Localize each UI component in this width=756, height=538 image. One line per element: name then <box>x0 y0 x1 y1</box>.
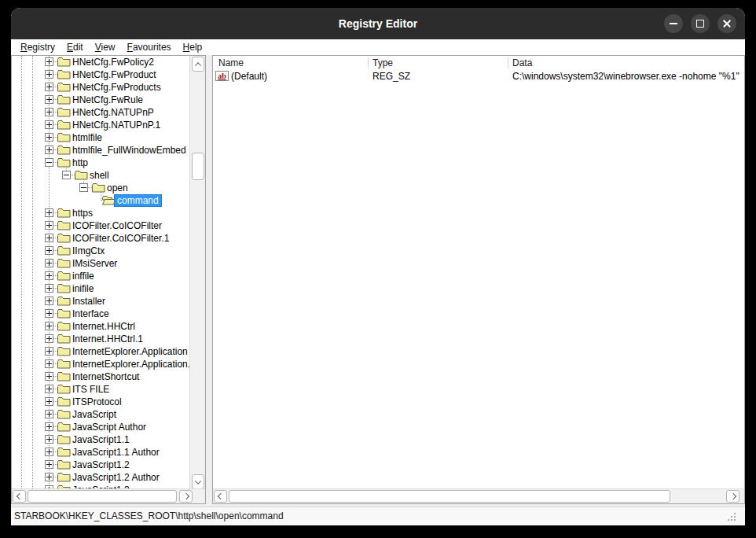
tree-item-internetexplorer-application-1[interactable]: InternetExplorer.Application.1 <box>12 358 205 370</box>
menu-edit[interactable]: Edit <box>62 41 88 53</box>
scroll-down-button[interactable] <box>192 474 204 489</box>
tree-hscroll-thumb[interactable] <box>28 490 177 503</box>
list-horizontal-scrollbar[interactable] <box>213 488 744 503</box>
collapse-icon[interactable] <box>79 183 88 192</box>
tree-item-inifile[interactable]: inifile <box>12 282 205 295</box>
tree-item-its-file[interactable]: ITS FILE <box>12 383 205 396</box>
tree-item-shell[interactable]: shell <box>12 169 205 182</box>
expand-icon[interactable] <box>45 95 53 104</box>
tree-item-javascript[interactable]: JavaScript <box>12 408 205 421</box>
maximize-button[interactable] <box>691 14 710 33</box>
expand-icon[interactable] <box>45 435 53 444</box>
tree-item-hnetcfg-fwpolicy2[interactable]: HNetCfg.FwPolicy2 <box>12 56 205 68</box>
scroll-left-button[interactable] <box>13 490 26 503</box>
expand-icon[interactable] <box>45 460 53 469</box>
expand-icon[interactable] <box>45 372 53 381</box>
resize-grip[interactable] <box>734 513 736 514</box>
tree-item-imsiserver[interactable]: IMsiServer <box>12 257 205 270</box>
tree-item-htmlfile-fullwindowembed[interactable]: htmlfile_FullWindowEmbed <box>12 144 205 157</box>
tree-item-internetshortcut[interactable]: InternetShortcut <box>12 370 205 383</box>
column-separator[interactable] <box>508 57 508 68</box>
menu-favourites[interactable]: Favourites <box>123 41 176 53</box>
expand-icon[interactable] <box>45 146 53 154</box>
tree-item-icofilter-coicofilter-1[interactable]: ICOFilter.CoICOFilter.1 <box>12 232 205 245</box>
expand-icon[interactable] <box>45 70 53 79</box>
tree-item-itsprotocol[interactable]: ITSProtocol <box>12 396 205 408</box>
expand-icon[interactable] <box>45 359 53 368</box>
tree-item-inffile[interactable]: inffile <box>12 270 205 282</box>
tree-item-internet-hhctrl-1[interactable]: Internet.HHCtrl.1 <box>12 333 205 345</box>
expand-icon[interactable] <box>45 397 53 406</box>
close-button[interactable] <box>717 14 736 33</box>
tree-content: HNetCfg.FwPolicy2HNetCfg.FwProductHNetCf… <box>12 56 205 488</box>
tree-item-javascript-author[interactable]: JavaScript Author <box>12 421 205 433</box>
tree-item-internetexplorer-application[interactable]: InternetExplorer.Application <box>12 345 205 358</box>
expand-icon[interactable] <box>45 133 53 142</box>
menu-registry[interactable]: Registry <box>16 41 60 53</box>
column-header-data[interactable]: Data <box>512 56 532 70</box>
expand-icon[interactable] <box>45 297 53 305</box>
tree-item-hnetcfg-natupnp-1[interactable]: HNetCfg.NATUPnP.1 <box>12 119 205 131</box>
collapse-icon[interactable] <box>45 158 53 167</box>
expand-icon[interactable] <box>45 473 53 481</box>
tree-item-javascript1-2[interactable]: JavaScript1.2 <box>12 459 205 471</box>
tree-item-javascript1-2-author[interactable]: JavaScript1.2 Author <box>12 471 205 484</box>
folder-icon <box>57 359 72 369</box>
tree-item-label: IImgCtx <box>72 245 105 257</box>
expand-icon[interactable] <box>45 108 53 116</box>
expand-icon[interactable] <box>45 284 53 293</box>
tree-vscroll-thumb[interactable] <box>192 153 204 180</box>
expand-icon[interactable] <box>45 120 53 129</box>
expand-icon[interactable] <box>45 347 53 356</box>
tree-item-https[interactable]: https <box>12 207 205 219</box>
expand-icon[interactable] <box>45 208 53 217</box>
value-row--default-[interactable]: ab(Default)REG_SZC:\windows\system32\win… <box>213 70 744 83</box>
expand-icon[interactable] <box>45 83 53 91</box>
list-hscroll-thumb[interactable] <box>229 490 670 503</box>
tree-item-command[interactable]: command <box>12 194 205 207</box>
tree-item-label: HNetCfg.FwRule <box>72 94 143 106</box>
column-separator[interactable] <box>368 57 369 68</box>
tree-item-iimgctx[interactable]: IImgCtx <box>12 245 205 257</box>
column-header-name[interactable]: Name <box>218 56 244 70</box>
expand-icon[interactable] <box>45 259 53 267</box>
tree-item-icofilter-coicofilter[interactable]: ICOFilter.CoICOFilter <box>12 219 205 232</box>
tree-item-hnetcfg-fwrule[interactable]: HNetCfg.FwRule <box>12 94 205 106</box>
tree-horizontal-scrollbar[interactable] <box>12 488 205 503</box>
expand-icon[interactable] <box>45 234 53 242</box>
expand-icon[interactable] <box>45 221 53 230</box>
menu-help[interactable]: Help <box>178 41 207 53</box>
tree-item-hnetcfg-fwproduct[interactable]: HNetCfg.FwProduct <box>12 68 205 81</box>
tree-item-installer[interactable]: Installer <box>12 295 205 308</box>
tree-item-open[interactable]: open <box>12 182 205 194</box>
tree-vertical-scrollbar[interactable] <box>189 56 205 490</box>
expand-icon[interactable] <box>45 385 53 393</box>
scroll-right-button[interactable] <box>726 490 739 503</box>
expand-icon[interactable] <box>45 334 53 343</box>
tree-item-internet-hhctrl[interactable]: Internet.HHCtrl <box>12 320 205 333</box>
expand-icon[interactable] <box>45 448 53 456</box>
expand-icon[interactable] <box>45 271 53 280</box>
tree-item-interface[interactable]: Interface <box>12 308 205 320</box>
expand-icon[interactable] <box>45 309 53 318</box>
scroll-up-button[interactable] <box>192 57 204 72</box>
collapse-icon[interactable] <box>62 171 71 179</box>
column-header-type[interactable]: Type <box>372 56 393 70</box>
minimize-button[interactable] <box>664 14 683 33</box>
tree-item-hnetcfg-fwproducts[interactable]: HNetCfg.FwProducts <box>12 81 205 94</box>
expand-icon[interactable] <box>45 322 53 330</box>
expand-icon[interactable] <box>45 422 53 431</box>
scroll-left-button[interactable] <box>214 490 227 503</box>
menu-view[interactable]: View <box>90 41 120 53</box>
expand-icon[interactable] <box>45 57 53 66</box>
tree-item-label: open <box>107 182 128 194</box>
tree-item-javascript1-1[interactable]: JavaScript1.1 <box>12 433 205 446</box>
expand-icon[interactable] <box>45 410 53 418</box>
titlebar[interactable]: Registry Editor <box>11 8 745 39</box>
tree-item-http[interactable]: http <box>12 157 205 169</box>
tree-item-javascript1-1-author[interactable]: JavaScript1.1 Author <box>12 446 205 459</box>
tree-item-htmlfile[interactable]: htmlfile <box>12 131 205 144</box>
tree-item-hnetcfg-natupnp[interactable]: HNetCfg.NATUPnP <box>12 106 205 119</box>
scroll-right-button[interactable] <box>179 490 193 503</box>
expand-icon[interactable] <box>45 246 53 255</box>
